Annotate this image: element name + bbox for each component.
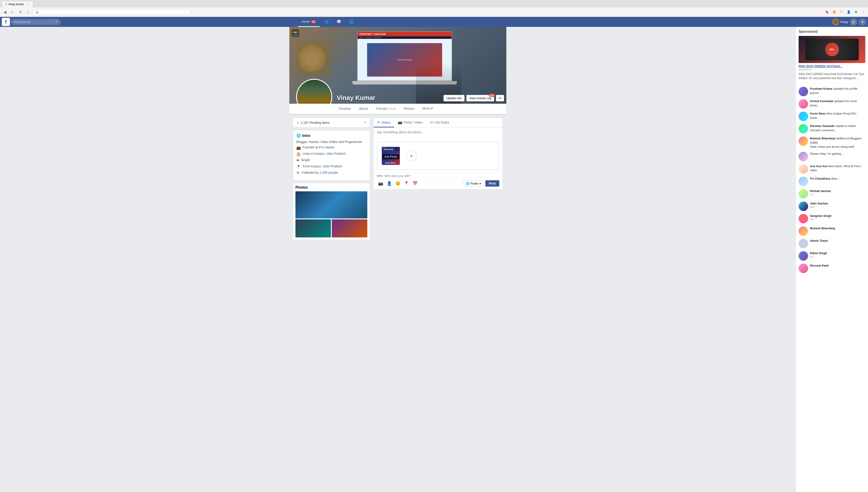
add-photo-button[interactable]: + bbox=[406, 150, 417, 162]
divider bbox=[799, 83, 865, 83]
camera-post-icon[interactable]: 📷 bbox=[377, 179, 384, 187]
tab-close-icon[interactable]: × bbox=[27, 2, 29, 6]
notif-content-7: Trc Chaudhary likes ... bbox=[810, 177, 840, 181]
notif-content-3: Darshan Sarwade replied to Abdul Samad's… bbox=[810, 124, 865, 132]
nav-photos[interactable]: Photos bbox=[400, 104, 418, 114]
main-feed: ✏ Status 📷 Photo / Video 🏷 Life Event bbox=[373, 118, 503, 240]
back-button[interactable]: ◀ bbox=[2, 9, 8, 15]
notif-avatar-10 bbox=[799, 214, 808, 223]
cover-camera-button[interactable]: 📷 bbox=[291, 29, 299, 37]
intro-globe-icon: 🌐 bbox=[296, 133, 301, 138]
user-menu-button[interactable]: Vinay bbox=[832, 19, 848, 25]
from-link1[interactable]: Kanpur bbox=[311, 165, 321, 168]
search-input[interactable] bbox=[11, 19, 61, 25]
star-icon[interactable]: ☆ bbox=[185, 10, 188, 14]
tab-photo-video[interactable]: 📷 Photo / Video bbox=[394, 118, 426, 127]
browser-chrome: f Vinay Kumar × ◀ ▶ ↻ ⌂ 🔒 https://www.fa… bbox=[0, 0, 868, 17]
profile-icon[interactable]: 👤 bbox=[845, 9, 852, 15]
from-link2[interactable]: Uttar Pradesh bbox=[323, 165, 342, 168]
notif-avatar-2 bbox=[799, 112, 808, 121]
photo-thumb-2[interactable] bbox=[332, 219, 367, 238]
nav-messages[interactable]: 💬 bbox=[333, 17, 345, 27]
profile-nav-wrapper: Timeline About Friends 3,116 Photos More… bbox=[289, 104, 506, 114]
edit-photo-button[interactable]: Edit Photo bbox=[382, 154, 399, 159]
nav-friends[interactable]: Friends 3,116 bbox=[372, 104, 399, 114]
nav-timeline[interactable]: Timeline bbox=[334, 104, 354, 114]
photo-tab-icon: 📷 bbox=[398, 120, 402, 124]
event-tab-label: Life Event bbox=[435, 121, 449, 124]
notif-content-0: Prashant Kumar updated his profile pictu… bbox=[810, 87, 865, 95]
update-info-button[interactable]: Update Info bbox=[444, 95, 465, 101]
nav-about[interactable]: About bbox=[355, 104, 371, 114]
home-label: Home bbox=[302, 20, 310, 23]
remove-photo-button[interactable]: × bbox=[395, 147, 399, 151]
table-decoration bbox=[296, 41, 332, 77]
main-content: PROPHET HACKER ABOUT CONTACT ANDROID Bes… bbox=[0, 27, 868, 492]
fire-icon[interactable]: 🔥 bbox=[831, 9, 837, 15]
intro-bio-text: Blogger, Hacker, Video Editor and Progra… bbox=[296, 140, 362, 144]
with-label: With bbox=[377, 174, 383, 177]
nav-friends[interactable]: 👥 bbox=[320, 17, 332, 27]
ad-image[interactable]: 50% bbox=[799, 36, 865, 63]
forward-button[interactable]: ▶ bbox=[9, 9, 16, 15]
shield-icon[interactable]: 🛡 bbox=[838, 9, 844, 15]
notif-content-5: Please Help: I'm getting... bbox=[810, 152, 843, 156]
work-link[interactable]: Pro Hacker bbox=[319, 146, 335, 149]
tab-life-event[interactable]: 🏷 Life Event bbox=[426, 118, 452, 127]
location-link1[interactable]: Kanpur bbox=[314, 152, 324, 155]
more-chevron-icon: ▾ bbox=[431, 106, 433, 110]
ad-title[interactable]: RNG EKO GREEN SUV/Sed... bbox=[799, 65, 842, 68]
notif-content-1: Arvind Kumawat updated his cover photo. bbox=[810, 99, 865, 107]
with-input[interactable] bbox=[384, 174, 499, 177]
home-button[interactable]: ⌂ bbox=[25, 9, 31, 15]
facebook-logo: f bbox=[2, 18, 10, 26]
extensions-icon[interactable]: 🔖 bbox=[824, 9, 830, 15]
location-post-icon[interactable]: 📍 bbox=[403, 179, 410, 187]
photo-thumb-main[interactable] bbox=[296, 191, 367, 218]
event-tab-icon: 🏷 bbox=[430, 120, 433, 124]
dropdown-btn[interactable]: ▾ bbox=[859, 18, 866, 26]
with-row: With bbox=[374, 173, 502, 177]
pending-items-box: ★ 1,187 Pending Items × bbox=[293, 118, 370, 127]
nav-globe[interactable]: 🌐 bbox=[345, 17, 358, 27]
url-input[interactable]: https://www.facebook.com/prophethacker# bbox=[40, 10, 184, 14]
notif-avatar-1 bbox=[799, 99, 808, 109]
more-actions-button[interactable]: ••• bbox=[496, 95, 504, 101]
tag-person-icon[interactable]: 👤 bbox=[385, 179, 393, 187]
tab-status[interactable]: ✏ Status bbox=[374, 118, 394, 127]
lock-icon-btn[interactable]: 🔒 bbox=[850, 18, 857, 26]
globe-privacy-icon: 🌐 bbox=[466, 182, 469, 185]
post-composer: ✏ Status 📷 Photo / Video 🏷 Life Event bbox=[373, 118, 503, 189]
calendar-post-icon[interactable]: 📅 bbox=[411, 179, 419, 187]
photos-title: Photos bbox=[296, 186, 367, 190]
nav-home[interactable]: Home 11 bbox=[298, 17, 320, 27]
translate-icon[interactable]: अ bbox=[853, 9, 859, 15]
activity-label: View Activity Log bbox=[469, 96, 491, 100]
refresh-button[interactable]: ↻ bbox=[17, 9, 24, 15]
privacy-button[interactable]: 🌐 Public ▾ bbox=[463, 180, 483, 187]
pending-close-button[interactable]: × bbox=[364, 120, 367, 125]
heart-icon: ❤ bbox=[296, 158, 299, 163]
location-link2[interactable]: Uttar Pradesh bbox=[326, 152, 346, 155]
notif-avatar-14 bbox=[799, 264, 808, 273]
followers-icon: 👁 bbox=[296, 171, 300, 175]
photo-labels: INVENTOR UX bbox=[382, 148, 387, 150]
notif-avatar-12 bbox=[799, 239, 808, 248]
photos-preview-box: Photos bbox=[293, 183, 370, 240]
browser-tab[interactable]: f Vinay Kumar × bbox=[2, 1, 33, 7]
menu-icon[interactable]: ⋮ bbox=[860, 9, 866, 15]
notif-avatar-7 bbox=[799, 177, 808, 186]
emoji-icon[interactable]: 😊 bbox=[394, 179, 402, 187]
address-bar[interactable]: 🔒 https://www.facebook.com/prophethacker… bbox=[32, 9, 191, 15]
activity-badge: 10+ bbox=[489, 94, 495, 97]
nav-more[interactable]: More ▾ bbox=[419, 104, 437, 114]
view-activity-button[interactable]: View Activity Log 10+ bbox=[466, 95, 494, 101]
intro-box: 🌐 Intro Blogger, Hacker, Video Editor an… bbox=[293, 130, 370, 180]
notif-item-7: Trc Chaudhary likes ... bbox=[799, 175, 865, 188]
post-button[interactable]: Post bbox=[485, 180, 499, 187]
post-text-input[interactable] bbox=[374, 128, 502, 141]
followers-link[interactable]: 2,285 people bbox=[320, 171, 338, 174]
photo-thumb-1[interactable] bbox=[296, 219, 331, 238]
profile-name-cover: Vinay Kumar bbox=[337, 94, 375, 101]
pending-star-icon: ★ bbox=[296, 121, 299, 124]
